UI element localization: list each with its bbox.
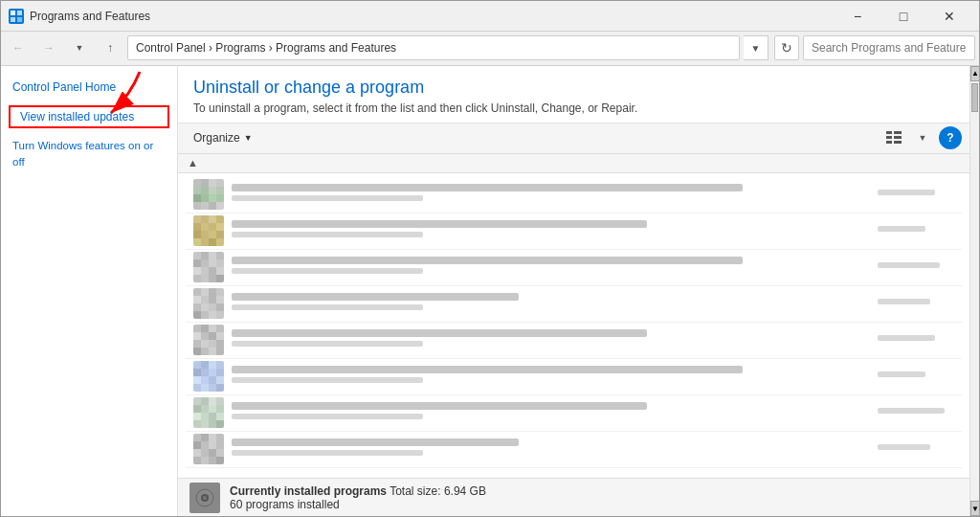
programs-count: 60 programs installed — [230, 498, 486, 511]
program-icon — [193, 434, 224, 464]
close-button[interactable]: ✕ — [927, 1, 971, 32]
blurred-detail-bar — [232, 268, 423, 274]
table-row[interactable] — [186, 214, 962, 250]
back-button[interactable]: ← — [5, 34, 32, 61]
program-icon — [193, 325, 224, 355]
status-label: Currently installed programs Total size:… — [230, 484, 486, 498]
sidebar: Control Panel Home View installed update… — [1, 66, 178, 516]
program-size — [878, 335, 954, 345]
scroll-down-button[interactable]: ▼ — [970, 501, 980, 516]
blurred-detail-bar — [232, 195, 423, 201]
up-button[interactable]: ↑ — [97, 34, 123, 61]
blurred-name-bar — [232, 438, 519, 446]
svg-rect-2 — [11, 17, 15, 22]
title-bar: Programs and Features − □ ✕ — [1, 1, 979, 32]
program-name — [232, 329, 870, 350]
table-row[interactable] — [186, 177, 962, 214]
table-row[interactable] — [186, 323, 962, 359]
program-icon — [193, 179, 224, 210]
blurred-detail-bar — [232, 450, 423, 456]
svg-rect-10 — [894, 141, 902, 144]
control-panel-home-link[interactable]: Control Panel Home — [1, 76, 177, 100]
window-controls: − □ ✕ — [835, 1, 971, 32]
program-name — [232, 438, 870, 460]
table-row[interactable] — [186, 359, 962, 395]
program-name — [232, 402, 870, 423]
organize-button[interactable]: Organize ▼ — [186, 126, 260, 149]
svg-rect-1 — [17, 11, 22, 15]
help-button[interactable]: ? — [939, 126, 962, 149]
table-row[interactable] — [186, 395, 962, 432]
program-name — [232, 366, 870, 387]
view-list-button[interactable] — [881, 126, 906, 149]
window-title: Programs and Features — [30, 10, 835, 23]
content-header: Uninstall or change a program To uninsta… — [178, 66, 969, 124]
total-size-label: Total size: — [390, 484, 440, 498]
program-name — [232, 257, 870, 278]
programs-label: Currently installed programs — [230, 484, 387, 498]
blurred-size-bar — [878, 262, 940, 268]
blurred-name-bar — [232, 257, 743, 264]
main-layout: Control Panel Home View installed update… — [1, 66, 979, 516]
blurred-detail-bar — [232, 232, 423, 237]
blurred-name-bar — [232, 293, 519, 301]
svg-rect-7 — [886, 136, 892, 139]
program-size — [878, 444, 954, 454]
svg-point-13 — [203, 496, 207, 500]
table-row[interactable] — [186, 250, 962, 286]
table-row[interactable] — [186, 286, 962, 323]
search-input[interactable] — [803, 35, 975, 60]
program-name — [232, 293, 870, 314]
scroll-track — [970, 114, 979, 501]
svg-rect-5 — [886, 131, 892, 134]
status-info: Currently installed programs Total size:… — [230, 484, 486, 511]
svg-rect-3 — [17, 17, 22, 22]
forward-button[interactable]: → — [35, 34, 62, 61]
blurred-detail-bar — [232, 377, 423, 383]
address-box[interactable]: Control Panel › Programs › Programs and … — [127, 35, 740, 60]
status-bar: Currently installed programs Total size:… — [178, 478, 969, 516]
view-installed-updates-link[interactable]: View installed updates — [9, 105, 169, 129]
program-icon — [193, 397, 224, 428]
programs-container[interactable]: ▲ — [178, 154, 969, 478]
blurred-size-bar — [878, 299, 930, 304]
window-icon — [9, 9, 24, 24]
address-dropdown[interactable]: ▼ — [744, 35, 768, 60]
view-dropdown-button[interactable]: ▼ — [910, 126, 935, 149]
blurred-name-bar — [232, 366, 743, 373]
content-area: Uninstall or change a program To uninsta… — [178, 66, 969, 516]
maximize-button[interactable]: □ — [881, 1, 925, 32]
programs-list — [178, 173, 969, 472]
program-size — [878, 371, 954, 381]
status-icon — [189, 483, 220, 513]
program-size — [878, 190, 954, 199]
address-bar: ← → ▼ ↑ Control Panel › Programs › Progr… — [1, 32, 979, 66]
blurred-size-bar — [878, 444, 930, 450]
blurred-name-bar — [232, 184, 743, 191]
windows-features-link[interactable]: Turn Windows features on or off — [1, 134, 177, 172]
blurred-detail-bar — [232, 304, 423, 310]
blurred-size-bar — [878, 371, 925, 377]
blurred-name-bar — [232, 220, 647, 228]
minimize-button[interactable]: − — [835, 1, 880, 32]
blurred-name-bar — [232, 329, 647, 337]
programs-col-1 — [186, 177, 962, 468]
total-size-value: 6.94 GB — [444, 484, 486, 498]
table-row[interactable] — [186, 432, 962, 468]
toolbar: Organize ▼ ▼ ? — [178, 124, 969, 154]
program-name — [232, 220, 870, 241]
refresh-button[interactable]: ↻ — [774, 35, 799, 60]
organize-dropdown-icon: ▼ — [244, 133, 253, 143]
blurred-detail-bar — [232, 414, 423, 419]
blurred-size-bar — [878, 190, 935, 195]
program-icon — [193, 215, 224, 246]
sort-header[interactable]: ▲ — [178, 154, 969, 173]
scrollbar[interactable]: ▲ ▼ — [969, 66, 979, 516]
scroll-up-button[interactable]: ▲ — [970, 66, 980, 81]
svg-rect-9 — [886, 141, 892, 144]
scroll-thumb[interactable] — [971, 83, 978, 112]
svg-rect-6 — [894, 131, 902, 134]
address-path: Control Panel › Programs › Programs and … — [136, 41, 396, 55]
dropdown-button[interactable]: ▼ — [66, 34, 93, 61]
blurred-size-bar — [878, 408, 945, 414]
